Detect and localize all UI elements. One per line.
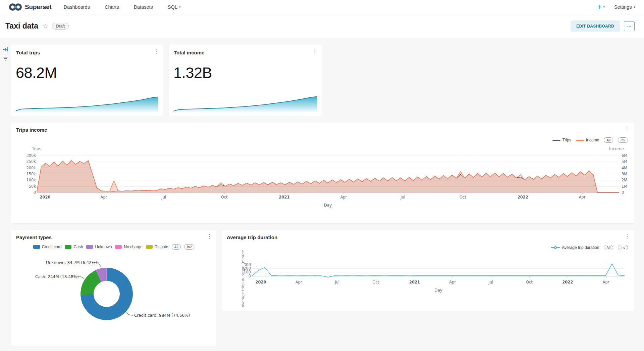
nav-item-charts[interactable]: Charts xyxy=(105,4,119,10)
x-axis-ticks: 2020AprJulOct2021AprJulOct2022Apr xyxy=(252,280,625,285)
chart-menu-icon[interactable]: ⋮ xyxy=(312,49,318,55)
legend-pill-all[interactable]: All xyxy=(604,245,613,250)
y-tick: 0 xyxy=(249,274,251,278)
edit-dashboard-button[interactable]: EDIT DASHBOARD xyxy=(571,20,620,32)
x-tick: Apr xyxy=(579,195,586,200)
axis-notch xyxy=(403,192,403,194)
x-tick: 2020 xyxy=(40,195,50,200)
settings-menu[interactable]: Settings ▾ xyxy=(614,4,635,10)
legend-label: No charge xyxy=(124,245,142,249)
nav-item-sql[interactable]: SQL▾ xyxy=(168,4,181,10)
chart-title: Trips income xyxy=(16,127,47,133)
chevron-down-icon: ▾ xyxy=(634,5,635,9)
line-circle-marker-icon xyxy=(551,246,560,249)
favorite-star-icon[interactable]: ☆ xyxy=(43,23,48,30)
x-axis-label: Day xyxy=(252,288,625,293)
chart-menu-icon[interactable]: ⋮ xyxy=(207,233,212,240)
legend-item-cash[interactable]: Cash xyxy=(65,245,83,249)
superset-logo[interactable]: Superset xyxy=(9,3,52,11)
legend-item-dispute[interactable]: Dispute xyxy=(146,245,168,249)
legend-pill-all[interactable]: All xyxy=(604,137,613,143)
nav-item-label: SQL xyxy=(168,4,177,10)
legend-item-trips[interactable]: Trips xyxy=(552,138,571,142)
chart-menu-icon[interactable]: ⋮ xyxy=(624,126,630,132)
y-tick: 200k xyxy=(26,166,36,170)
x-tick: Apr xyxy=(449,280,456,284)
axis-notch xyxy=(582,192,583,194)
x-tick: 2020 xyxy=(256,280,266,284)
total-trips-card: Total trips ⋮ 68.2M xyxy=(11,45,163,116)
legend-item-average-trip-duration[interactable]: Average trip duration xyxy=(551,245,599,250)
legend-item-credit-card[interactable]: Credit card xyxy=(33,245,62,249)
trips-income-plot xyxy=(37,156,619,192)
x-tick: Apr xyxy=(101,195,107,200)
y-axis-ticks: 3002001000 xyxy=(235,260,251,277)
big-number-value: 1.32B xyxy=(173,64,212,82)
chart-menu-icon[interactable]: ⋮ xyxy=(153,49,159,55)
top-nav: Superset DashboardsChartsDatasetsSQL▾ + … xyxy=(0,0,644,14)
x-axis-ticks: 2020AprJulOct2021AprJulOct2022Apr xyxy=(37,195,619,200)
trips-income-card: Trips income ⋮ TripsIncomeAllInv Trips I… xyxy=(11,123,634,223)
x-tick: Oct xyxy=(373,280,379,284)
chart-menu-icon[interactable]: ⋮ xyxy=(624,233,630,240)
x-tick: Oct xyxy=(460,195,466,200)
legend-pill-inv[interactable]: Inv xyxy=(618,245,628,250)
nav-item-dashboards[interactable]: Dashboards xyxy=(64,4,90,10)
chart-title: Total trips xyxy=(16,50,40,55)
brand-name: Superset xyxy=(25,3,52,11)
y-tick: 6M xyxy=(622,153,627,158)
legend-pill-inv[interactable]: Inv xyxy=(184,244,194,250)
x-tick: 2021 xyxy=(409,280,420,284)
dashboard-more-button[interactable]: ··· xyxy=(624,21,635,31)
callout-credit-card: Credit card: 984M (74.56%) xyxy=(134,313,190,318)
x-tick: Jul xyxy=(161,195,166,200)
total-trips-sparkline xyxy=(16,95,158,113)
plus-icon: + xyxy=(598,4,602,10)
swatch-icon xyxy=(86,245,93,249)
legend-item-income[interactable]: Income xyxy=(576,138,599,142)
avg-duration-plot xyxy=(252,260,625,277)
chevron-down-icon: ▾ xyxy=(179,5,181,9)
chart-title: Payment types xyxy=(16,234,52,240)
right-axis-ticks: 6M5M4M3M2M1M0 xyxy=(622,156,636,192)
status-badge: Draft xyxy=(52,23,69,30)
axis-notch xyxy=(284,192,284,194)
x-tick: Oct xyxy=(221,195,228,200)
new-button[interactable]: + ▾ xyxy=(598,4,605,10)
y-tick: 5M xyxy=(622,159,627,164)
legend-item-no-charge[interactable]: No charge xyxy=(115,245,142,249)
legend-label: Unknown xyxy=(95,245,112,249)
legend-label: Average trip duration xyxy=(562,245,599,250)
big-number-value: 68.2M xyxy=(16,64,57,82)
total-income-card: Total income ⋮ 1.32B xyxy=(169,45,322,116)
y-tick: 4M xyxy=(622,166,627,170)
x-tick: Jul xyxy=(335,280,339,284)
axis-notch xyxy=(45,192,45,194)
expand-filter-bar-icon[interactable] xyxy=(2,47,8,53)
average-trip-duration-card: Average trip duration ⋮ Average trip dur… xyxy=(222,230,634,311)
axis-notch xyxy=(523,192,523,194)
swatch-icon xyxy=(115,245,122,249)
page-title: Taxi data xyxy=(5,21,38,31)
chart-title: Average trip duration xyxy=(227,234,277,240)
legend-label: Cash xyxy=(73,245,83,249)
y-tick: 1M xyxy=(622,184,627,189)
axis-notch xyxy=(343,192,344,194)
line-marker-icon xyxy=(576,140,584,141)
filter-icon[interactable] xyxy=(2,56,8,62)
left-axis-name: Trips xyxy=(32,146,41,151)
legend-pill-inv[interactable]: Inv xyxy=(618,137,628,143)
nav-item-datasets[interactable]: Datasets xyxy=(134,4,153,10)
y-tick: 50k xyxy=(29,184,36,189)
y-tick: 300k xyxy=(26,153,36,158)
y-tick: 0 xyxy=(622,190,624,195)
trips-income-legend: TripsIncomeAllInv xyxy=(552,137,628,143)
x-tick: Jul xyxy=(489,280,493,284)
x-tick: Apr xyxy=(340,195,347,200)
legend-item-unknown[interactable]: Unknown xyxy=(86,245,112,249)
legend-pill-all[interactable]: All xyxy=(172,244,181,250)
callout-cash: Cash: 244M (18.48%) xyxy=(35,274,79,279)
payment-types-legend: Credit cardCashUnknownNo chargeDisputeAl… xyxy=(11,244,216,250)
legend-label: Credit card xyxy=(42,245,62,249)
avg-duration-legend: Average trip durationAllInv xyxy=(551,245,628,250)
